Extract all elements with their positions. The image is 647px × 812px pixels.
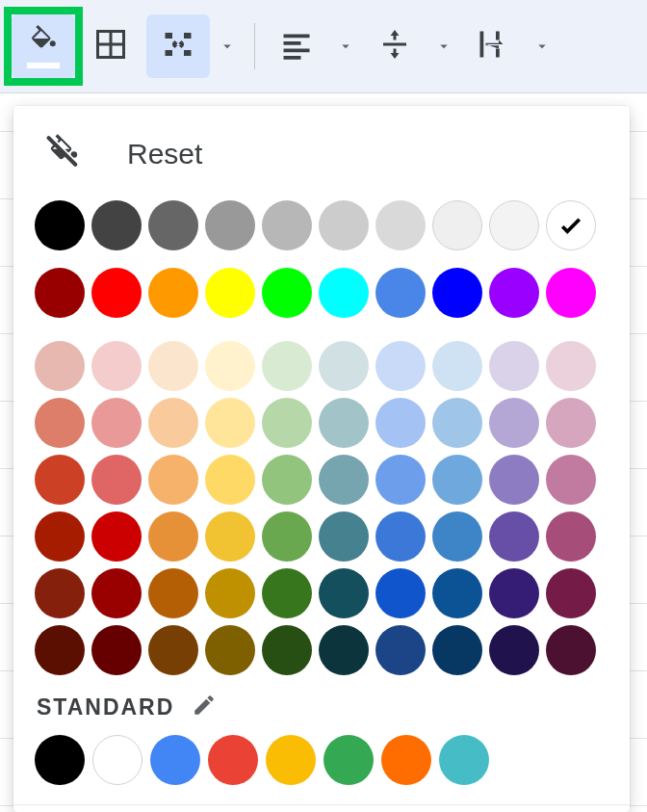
color-swatch[interactable]: [489, 511, 539, 562]
edit-standard-colors-button[interactable]: [192, 693, 217, 721]
reset-row[interactable]: Reset: [44, 133, 608, 175]
color-swatch[interactable]: [262, 268, 312, 318]
color-swatch[interactable]: [262, 455, 312, 505]
color-swatch[interactable]: [489, 341, 539, 391]
color-swatch[interactable]: [35, 398, 85, 448]
color-swatch[interactable]: [35, 341, 85, 391]
color-swatch[interactable]: [489, 625, 539, 675]
borders-button[interactable]: [79, 14, 142, 78]
color-swatch[interactable]: [262, 625, 312, 675]
color-swatch[interactable]: [205, 200, 255, 250]
color-swatch[interactable]: [205, 625, 255, 675]
color-swatch[interactable]: [91, 455, 142, 505]
color-swatch[interactable]: [205, 568, 255, 618]
color-swatch[interactable]: [91, 268, 142, 318]
fill-color-button[interactable]: [12, 14, 75, 78]
color-swatch[interactable]: [489, 268, 539, 318]
color-swatch[interactable]: [324, 735, 374, 785]
color-swatch[interactable]: [91, 341, 142, 391]
color-swatch[interactable]: [91, 625, 142, 675]
color-swatch[interactable]: [319, 200, 369, 250]
color-swatch[interactable]: [205, 398, 255, 448]
color-swatch[interactable]: [375, 625, 426, 675]
horizontal-align-button[interactable]: [265, 14, 328, 78]
color-swatch[interactable]: [35, 735, 85, 785]
merge-cells-dropdown[interactable]: [214, 38, 241, 55]
color-swatch[interactable]: [432, 268, 482, 318]
color-swatch[interactable]: [489, 455, 539, 505]
color-swatch[interactable]: [35, 511, 85, 562]
color-swatch[interactable]: [546, 200, 596, 250]
color-swatch[interactable]: [432, 568, 482, 618]
color-swatch[interactable]: [432, 625, 482, 675]
color-swatch[interactable]: [432, 200, 482, 250]
color-swatch[interactable]: [262, 511, 312, 562]
color-swatch[interactable]: [91, 398, 142, 448]
color-swatch[interactable]: [489, 200, 539, 250]
color-swatch[interactable]: [489, 568, 539, 618]
color-swatch[interactable]: [546, 268, 596, 318]
color-swatch[interactable]: [150, 735, 200, 785]
color-swatch[interactable]: [35, 568, 85, 618]
color-swatch[interactable]: [375, 568, 426, 618]
color-swatch[interactable]: [432, 455, 482, 505]
color-swatch[interactable]: [546, 455, 596, 505]
color-swatch[interactable]: [148, 568, 198, 618]
text-wrap-button[interactable]: [461, 14, 525, 78]
color-swatch[interactable]: [266, 735, 316, 785]
color-swatch[interactable]: [546, 341, 596, 391]
color-swatch[interactable]: [35, 268, 85, 318]
color-swatch[interactable]: [319, 511, 369, 562]
color-swatch[interactable]: [489, 398, 539, 448]
text-wrap-dropdown[interactable]: [529, 38, 556, 55]
color-swatch[interactable]: [35, 625, 85, 675]
color-swatch[interactable]: [375, 341, 426, 391]
color-swatch[interactable]: [91, 200, 142, 250]
color-swatch[interactable]: [262, 568, 312, 618]
color-swatch[interactable]: [319, 455, 369, 505]
color-swatch[interactable]: [546, 625, 596, 675]
color-swatch[interactable]: [208, 735, 258, 785]
color-swatch[interactable]: [35, 200, 85, 250]
horizontal-align-dropdown[interactable]: [332, 38, 359, 55]
color-swatch[interactable]: [439, 735, 489, 785]
color-swatch[interactable]: [262, 200, 312, 250]
color-swatch[interactable]: [92, 735, 142, 785]
color-swatch[interactable]: [319, 268, 369, 318]
color-swatch[interactable]: [205, 341, 255, 391]
color-swatch[interactable]: [148, 341, 198, 391]
color-swatch[interactable]: [432, 398, 482, 448]
color-swatch[interactable]: [375, 398, 426, 448]
color-swatch[interactable]: [148, 200, 198, 250]
color-swatch[interactable]: [319, 625, 369, 675]
color-swatch[interactable]: [262, 398, 312, 448]
color-swatch[interactable]: [546, 511, 596, 562]
color-swatch[interactable]: [91, 568, 142, 618]
merge-cells-button[interactable]: [146, 14, 210, 78]
color-swatch[interactable]: [319, 341, 369, 391]
color-swatch[interactable]: [375, 455, 426, 505]
color-swatch[interactable]: [432, 341, 482, 391]
color-swatch[interactable]: [205, 511, 255, 562]
color-swatch[interactable]: [35, 455, 85, 505]
color-swatch[interactable]: [381, 735, 431, 785]
color-swatch[interactable]: [432, 511, 482, 562]
color-swatch[interactable]: [148, 455, 198, 505]
color-swatch[interactable]: [319, 568, 369, 618]
color-swatch[interactable]: [319, 398, 369, 448]
color-swatch[interactable]: [375, 200, 426, 250]
color-swatch[interactable]: [262, 341, 312, 391]
color-swatch[interactable]: [375, 268, 426, 318]
color-swatch[interactable]: [148, 398, 198, 448]
color-swatch[interactable]: [91, 511, 142, 562]
color-swatch[interactable]: [148, 511, 198, 562]
color-swatch[interactable]: [546, 398, 596, 448]
color-swatch[interactable]: [148, 625, 198, 675]
color-swatch[interactable]: [205, 268, 255, 318]
vertical-align-button[interactable]: [363, 14, 427, 78]
vertical-align-dropdown[interactable]: [430, 38, 457, 55]
color-swatch[interactable]: [148, 268, 198, 318]
color-swatch[interactable]: [546, 568, 596, 618]
color-swatch[interactable]: [205, 455, 255, 505]
color-swatch[interactable]: [375, 511, 426, 562]
